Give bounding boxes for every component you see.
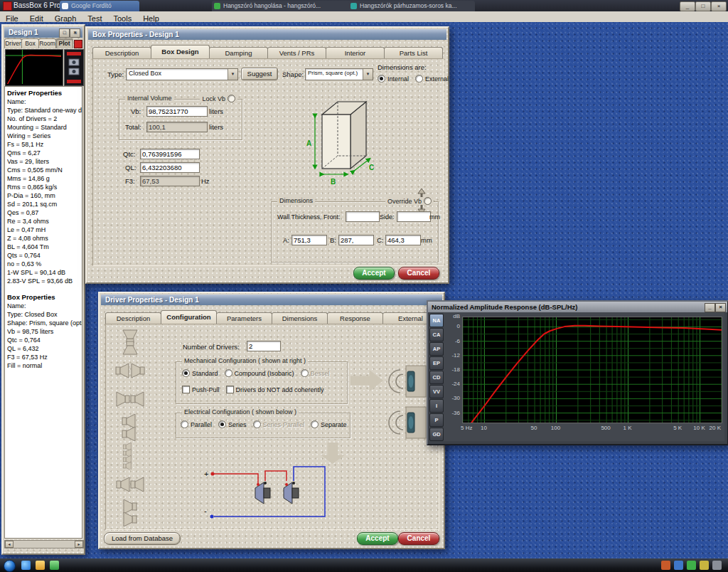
lock-vb[interactable]: Lock Vb	[200, 95, 237, 102]
ql-input[interactable]	[140, 162, 200, 173]
radio-series[interactable]	[218, 420, 226, 428]
graph-button-ap[interactable]: AP	[429, 342, 444, 356]
radio-standard[interactable]	[182, 369, 190, 377]
design-tab-plot[interactable]: Plot	[55, 38, 73, 48]
box-tab-description[interactable]: Description	[92, 47, 151, 58]
radio-compound-isobaric[interactable]	[225, 369, 232, 377]
response-titlebar[interactable]: Normalized Amplitude Response (dB-SPL/Hz…	[428, 302, 727, 312]
browser-icon[interactable]	[21, 561, 31, 570]
accept-button[interactable]: Accept	[353, 267, 395, 280]
box-tab-damping[interactable]: Damping	[209, 47, 268, 58]
number-of-drivers-input[interactable]	[247, 341, 281, 351]
radio-parallel[interactable]	[181, 420, 188, 428]
graph-button-na[interactable]: NA	[429, 314, 444, 327]
graph-button-vv[interactable]: VV	[429, 385, 444, 398]
radio-series-parallel[interactable]	[253, 420, 261, 428]
box-tab-box-design[interactable]: Box Design	[151, 45, 210, 58]
box-dialog-titlebar[interactable]: Box Properties - Design 1	[88, 29, 446, 40]
qtc-input[interactable]	[140, 149, 200, 159]
background-tab[interactable]: Hangszóró hangolása - hangszóró...	[212, 1, 351, 11]
override-vb-indicator[interactable]	[424, 197, 432, 205]
scroll-left-icon[interactable]: ◄	[5, 541, 14, 548]
plot-color-chip[interactable]	[74, 40, 82, 48]
vb-input[interactable]	[146, 106, 208, 117]
suggest-button[interactable]: Suggest	[241, 68, 278, 80]
box-type-dropdown[interactable]: Closed Box ▼	[126, 68, 238, 80]
elec-option-parallel[interactable]: Parallel	[181, 420, 212, 428]
mech-check-push-pull[interactable]: Push-Pull	[182, 386, 220, 393]
scroll-right-icon[interactable]: ►	[75, 541, 83, 548]
dropdown-arrow-icon[interactable]: ▼	[228, 69, 237, 80]
close-icon[interactable]: ×	[715, 303, 726, 312]
dropdown-arrow-icon[interactable]: ▼	[363, 69, 373, 80]
driver-tab-dimensions[interactable]: Dimensions	[272, 312, 328, 324]
mech-check-drivers-do-not-add-coherently[interactable]: Drivers do NOT add coherently	[226, 386, 324, 393]
graph-button-p[interactable]: P	[429, 413, 444, 427]
radio-bessel[interactable]	[301, 369, 309, 377]
box-shape-dropdown[interactable]: Prism, square (opt.) ▼	[305, 68, 373, 80]
response-plot[interactable]	[462, 317, 722, 423]
mech-option-compound-isobaric[interactable]: Compound (Isobaric)	[225, 369, 294, 377]
driver-tab-response[interactable]: Response	[327, 312, 383, 324]
b-input[interactable]	[338, 235, 374, 245]
cancel-button[interactable]: Cancel	[398, 532, 439, 545]
player-icon[interactable]	[50, 561, 59, 570]
cancel-button[interactable]: Cancel	[398, 267, 439, 280]
box-tab-interior[interactable]: Interior	[326, 47, 385, 58]
graph-button-cd[interactable]: CD	[429, 371, 444, 384]
dims-option-internal[interactable]: Internal	[378, 75, 409, 83]
driver-tab-configuration[interactable]: Configuration	[161, 310, 217, 324]
checkbox-push-pull[interactable]	[182, 386, 190, 393]
load-from-database-button[interactable]: Load from Database	[104, 532, 181, 545]
dims-option-external[interactable]: External	[415, 75, 449, 83]
radio-external[interactable]	[415, 75, 423, 83]
start-orb[interactable]	[4, 560, 16, 572]
dock-button[interactable]: □	[59, 28, 70, 38]
accept-button[interactable]: Accept	[357, 532, 398, 545]
folder-icon[interactable]	[36, 561, 45, 570]
box-tab-vents-prs[interactable]: Vents / PRs	[267, 47, 326, 58]
tray-icon-2[interactable]	[674, 561, 683, 570]
close-icon[interactable]: ×	[70, 28, 80, 38]
tray-icon-5[interactable]	[712, 561, 722, 570]
response-thumbnail[interactable]	[5, 49, 63, 86]
elec-option-series-parallel[interactable]: Series-Parallel	[253, 420, 305, 428]
minimize-icon[interactable]: _	[705, 303, 715, 312]
horizontal-scrollbar[interactable]: ◄ ►	[4, 540, 84, 549]
f3-input[interactable]	[140, 176, 200, 186]
graph-button-gd[interactable]: GD	[429, 428, 444, 441]
minimize-button[interactable]: _	[680, 1, 695, 11]
tray-icon-3[interactable]	[687, 561, 696, 570]
design-tab-box[interactable]: Box	[21, 38, 39, 48]
elec-option-separate[interactable]: Separate	[311, 420, 347, 428]
close-button[interactable]: ×	[711, 1, 727, 11]
graph-button-ep[interactable]: EP	[429, 356, 444, 370]
maximize-button[interactable]: □	[695, 1, 711, 11]
wall-side-input[interactable]	[397, 211, 431, 222]
total-volume-input[interactable]	[146, 122, 208, 132]
driver-tab-description[interactable]: Description	[105, 312, 161, 324]
radio-separate[interactable]	[311, 420, 318, 428]
box-tab-parts-list[interactable]: Parts List	[384, 47, 443, 58]
c-input[interactable]	[385, 235, 421, 245]
lock-vb-indicator[interactable]	[228, 95, 235, 102]
elec-option-series[interactable]: Series	[218, 420, 247, 428]
driver-dialog-titlebar[interactable]: Driver Properties - Design 1	[101, 295, 442, 305]
mech-option-standard[interactable]: Standard	[182, 369, 218, 377]
background-tab[interactable]: Google Fordító	[60, 1, 139, 11]
tray-icon-4[interactable]	[700, 561, 709, 570]
tray-icon-1[interactable]	[661, 561, 670, 570]
mech-option-bessel[interactable]: Bessel	[301, 369, 330, 377]
design-titlebar[interactable]: Design 1 □ ×	[4, 27, 82, 38]
wall-front-input[interactable]	[346, 211, 380, 222]
a-input[interactable]	[291, 235, 327, 245]
design-tab-driver[interactable]: Driver	[4, 38, 22, 48]
driver-tab-parameters[interactable]: Parameters	[216, 312, 272, 324]
override-vb[interactable]: Override Vb	[385, 197, 434, 205]
checkbox-drivers-do-not-add-coherently[interactable]	[226, 386, 234, 393]
design-tab-room[interactable]: Room	[38, 38, 56, 48]
radio-internal[interactable]	[378, 75, 385, 83]
background-tab[interactable]: Hangszórók párhuzamos-soros ka...	[348, 1, 475, 11]
graph-button-ca[interactable]: CA	[429, 328, 444, 341]
graph-button-i[interactable]: I	[429, 399, 444, 413]
